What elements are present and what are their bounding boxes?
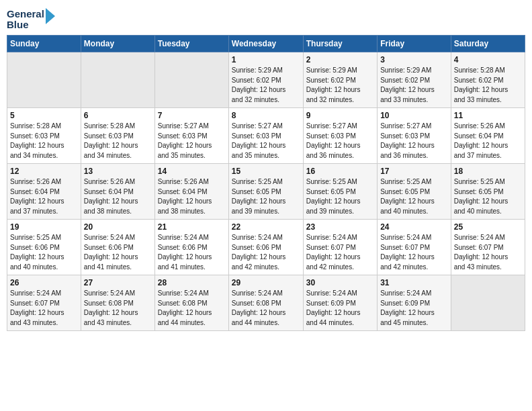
day-info: Sunrise: 5:24 AM Sunset: 6:07 PM Dayligh… [10, 289, 78, 328]
calendar-cell: 29Sunrise: 5:24 AM Sunset: 6:08 PM Dayli… [228, 275, 303, 331]
calendar-cell: 11Sunrise: 5:26 AM Sunset: 6:04 PM Dayli… [451, 108, 525, 164]
calendar-cell: 31Sunrise: 5:24 AM Sunset: 6:09 PM Dayli… [378, 275, 451, 331]
calendar-cell: 17Sunrise: 5:25 AM Sunset: 6:05 PM Dayli… [378, 164, 451, 220]
calendar-cell: 15Sunrise: 5:25 AM Sunset: 6:05 PM Dayli… [228, 164, 303, 220]
calendar-cell [7, 52, 81, 108]
calendar-cell [81, 52, 154, 108]
day-number: 9 [306, 111, 374, 120]
calendar-cell: 7Sunrise: 5:27 AM Sunset: 6:03 PM Daylig… [154, 108, 228, 164]
calendar-cell: 19Sunrise: 5:25 AM Sunset: 6:06 PM Dayli… [7, 220, 81, 275]
calendar-cell: 20Sunrise: 5:24 AM Sunset: 6:06 PM Dayli… [81, 220, 154, 275]
calendar-cell: 25Sunrise: 5:24 AM Sunset: 6:07 PM Dayli… [451, 220, 525, 275]
day-info: Sunrise: 5:24 AM Sunset: 6:09 PM Dayligh… [306, 289, 374, 328]
day-number: 29 [232, 278, 300, 287]
day-number: 6 [84, 111, 152, 120]
day-info: Sunrise: 5:28 AM Sunset: 6:02 PM Dayligh… [454, 66, 522, 105]
day-info: Sunrise: 5:25 AM Sunset: 6:06 PM Dayligh… [10, 233, 78, 272]
calendar-cell: 9Sunrise: 5:27 AM Sunset: 6:03 PM Daylig… [303, 108, 377, 164]
day-number: 28 [158, 278, 226, 287]
day-number: 16 [306, 167, 374, 176]
day-info: Sunrise: 5:24 AM Sunset: 6:09 PM Dayligh… [380, 289, 448, 328]
calendar-cell: 18Sunrise: 5:25 AM Sunset: 6:05 PM Dayli… [451, 164, 525, 220]
day-number: 26 [10, 278, 78, 287]
weekday-header-monday: Monday [81, 36, 154, 52]
day-number: 27 [84, 278, 152, 287]
day-info: Sunrise: 5:27 AM Sunset: 6:03 PM Dayligh… [158, 122, 226, 161]
day-number: 8 [232, 111, 300, 120]
day-number: 3 [380, 55, 448, 64]
day-info: Sunrise: 5:28 AM Sunset: 6:03 PM Dayligh… [84, 122, 152, 161]
calendar-cell: 2Sunrise: 5:29 AM Sunset: 6:02 PM Daylig… [303, 52, 377, 108]
day-info: Sunrise: 5:24 AM Sunset: 6:06 PM Dayligh… [232, 233, 300, 272]
day-number: 19 [10, 222, 78, 232]
day-info: Sunrise: 5:28 AM Sunset: 6:03 PM Dayligh… [10, 122, 78, 161]
calendar-cell [451, 275, 525, 331]
calendar-cell: 13Sunrise: 5:26 AM Sunset: 6:04 PM Dayli… [81, 164, 154, 220]
weekday-header-friday: Friday [378, 36, 451, 52]
weekday-header-tuesday: Tuesday [154, 36, 228, 52]
day-info: Sunrise: 5:27 AM Sunset: 6:03 PM Dayligh… [232, 122, 300, 161]
day-info: Sunrise: 5:26 AM Sunset: 6:04 PM Dayligh… [84, 177, 152, 216]
day-info: Sunrise: 5:26 AM Sunset: 6:04 PM Dayligh… [10, 177, 78, 216]
weekday-header-thursday: Thursday [303, 36, 377, 52]
day-info: Sunrise: 5:24 AM Sunset: 6:07 PM Dayligh… [454, 233, 522, 272]
calendar-cell: 6Sunrise: 5:28 AM Sunset: 6:03 PM Daylig… [81, 108, 154, 164]
logo-svg: GeneralBlue [7, 7, 87, 31]
day-number: 31 [380, 278, 448, 287]
calendar-cell: 21Sunrise: 5:24 AM Sunset: 6:06 PM Dayli… [154, 220, 228, 275]
calendar-cell: 8Sunrise: 5:27 AM Sunset: 6:03 PM Daylig… [228, 108, 303, 164]
day-number: 22 [232, 222, 300, 232]
calendar-cell: 12Sunrise: 5:26 AM Sunset: 6:04 PM Dayli… [7, 164, 81, 220]
calendar-cell: 30Sunrise: 5:24 AM Sunset: 6:09 PM Dayli… [303, 275, 377, 331]
calendar-cell: 27Sunrise: 5:24 AM Sunset: 6:08 PM Dayli… [81, 275, 154, 331]
day-info: Sunrise: 5:25 AM Sunset: 6:05 PM Dayligh… [232, 177, 300, 216]
calendar-cell: 14Sunrise: 5:26 AM Sunset: 6:04 PM Dayli… [154, 164, 228, 220]
calendar-cell: 4Sunrise: 5:28 AM Sunset: 6:02 PM Daylig… [451, 52, 525, 108]
day-number: 30 [306, 278, 374, 287]
day-info: Sunrise: 5:24 AM Sunset: 6:06 PM Dayligh… [84, 233, 152, 272]
calendar-cell: 26Sunrise: 5:24 AM Sunset: 6:07 PM Dayli… [7, 275, 81, 331]
day-number: 13 [84, 167, 152, 176]
calendar-table: SundayMondayTuesdayWednesdayThursdayFrid… [7, 35, 525, 331]
day-info: Sunrise: 5:24 AM Sunset: 6:07 PM Dayligh… [380, 233, 448, 272]
day-info: Sunrise: 5:24 AM Sunset: 6:06 PM Dayligh… [158, 233, 226, 272]
day-number: 25 [454, 222, 522, 232]
weekday-header-wednesday: Wednesday [228, 36, 303, 52]
day-info: Sunrise: 5:29 AM Sunset: 6:02 PM Dayligh… [232, 66, 300, 105]
calendar-cell: 16Sunrise: 5:25 AM Sunset: 6:05 PM Dayli… [303, 164, 377, 220]
day-info: Sunrise: 5:27 AM Sunset: 6:03 PM Dayligh… [306, 122, 374, 161]
day-number: 20 [84, 222, 152, 232]
calendar-cell: 24Sunrise: 5:24 AM Sunset: 6:07 PM Dayli… [378, 220, 451, 275]
day-number: 14 [158, 167, 226, 176]
calendar-cell: 3Sunrise: 5:29 AM Sunset: 6:02 PM Daylig… [378, 52, 451, 108]
calendar-cell [154, 52, 228, 108]
day-info: Sunrise: 5:26 AM Sunset: 6:04 PM Dayligh… [454, 122, 522, 161]
day-number: 5 [10, 111, 78, 120]
calendar-cell: 1Sunrise: 5:29 AM Sunset: 6:02 PM Daylig… [228, 52, 303, 108]
calendar-cell: 23Sunrise: 5:24 AM Sunset: 6:07 PM Dayli… [303, 220, 377, 275]
day-info: Sunrise: 5:25 AM Sunset: 6:05 PM Dayligh… [454, 177, 522, 216]
day-info: Sunrise: 5:24 AM Sunset: 6:07 PM Dayligh… [306, 233, 374, 272]
svg-text:General: General [7, 8, 44, 19]
day-number: 21 [158, 222, 226, 232]
svg-marker-2 [46, 8, 55, 24]
calendar-cell: 5Sunrise: 5:28 AM Sunset: 6:03 PM Daylig… [7, 108, 81, 164]
day-number: 24 [380, 222, 448, 232]
day-info: Sunrise: 5:24 AM Sunset: 6:08 PM Dayligh… [158, 289, 226, 328]
day-number: 11 [454, 111, 522, 120]
day-number: 15 [232, 167, 300, 176]
day-info: Sunrise: 5:29 AM Sunset: 6:02 PM Dayligh… [306, 66, 374, 105]
weekday-header-saturday: Saturday [451, 36, 525, 52]
weekday-header-sunday: Sunday [7, 36, 81, 52]
day-number: 10 [380, 111, 448, 120]
day-number: 17 [380, 167, 448, 176]
day-info: Sunrise: 5:26 AM Sunset: 6:04 PM Dayligh… [158, 177, 226, 216]
calendar-cell: 10Sunrise: 5:27 AM Sunset: 6:03 PM Dayli… [378, 108, 451, 164]
calendar-cell: 22Sunrise: 5:24 AM Sunset: 6:06 PM Dayli… [228, 220, 303, 275]
day-info: Sunrise: 5:29 AM Sunset: 6:02 PM Dayligh… [380, 66, 448, 105]
day-number: 23 [306, 222, 374, 232]
page-header: GeneralBlue [7, 7, 525, 31]
day-info: Sunrise: 5:24 AM Sunset: 6:08 PM Dayligh… [232, 289, 300, 328]
day-number: 2 [306, 55, 374, 64]
day-info: Sunrise: 5:27 AM Sunset: 6:03 PM Dayligh… [380, 122, 448, 161]
